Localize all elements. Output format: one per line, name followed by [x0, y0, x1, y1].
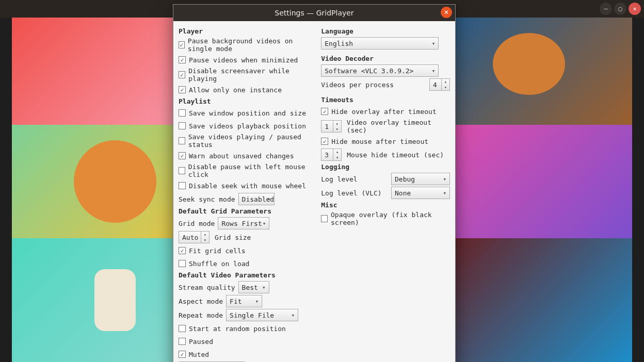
- hide-overlay-label: Hide overlay after timeout: [331, 108, 437, 116]
- pause-bg-checkbox[interactable]: [179, 41, 185, 48]
- logging-heading: Logging: [321, 163, 450, 171]
- repeat-mode-select[interactable]: Single File: [226, 309, 298, 321]
- video-cell[interactable]: [425, 125, 632, 238]
- opaque-overlay-checkbox[interactable]: [321, 215, 328, 222]
- seek-sync-select[interactable]: Disabled: [238, 193, 275, 205]
- allow-one-instance-label: Allow only one instance: [189, 86, 282, 94]
- disable-screensaver-label: Disable screensaver while playing: [188, 67, 314, 83]
- muted-label: Muted: [189, 351, 209, 358]
- video-overlay-timeout-spin[interactable]: 1▴▾: [321, 120, 341, 133]
- playlist-heading: Playlist: [179, 97, 314, 105]
- spin-up-icon: ▴: [201, 232, 209, 237]
- log-level-label: Log level: [321, 175, 357, 183]
- grid-size-label: Grid size: [215, 234, 251, 241]
- language-heading: Language: [321, 27, 450, 35]
- spin-up-icon: ▴: [442, 79, 449, 85]
- grid-mode-select[interactable]: Rows First: [218, 217, 269, 229]
- allow-one-instance-checkbox[interactable]: [179, 86, 186, 93]
- mouse-hide-timeout-spin[interactable]: 3▴▾: [321, 149, 342, 161]
- fit-grid-checkbox[interactable]: [179, 247, 186, 254]
- pause-minimized-checkbox[interactable]: [179, 56, 186, 63]
- log-level-select[interactable]: Debug: [391, 173, 450, 185]
- dialog-titlebar: Settings — GridPlayer ✕: [173, 5, 455, 21]
- mouse-hide-timeout-label: Mouse hide timeout (sec): [347, 151, 444, 159]
- aspect-mode-select[interactable]: Fit: [226, 295, 262, 307]
- videos-per-process-spin[interactable]: 4▴▾: [429, 78, 450, 91]
- dialog-title: Settings — GridPlayer: [275, 9, 353, 17]
- disable-screensaver-checkbox[interactable]: [179, 71, 185, 78]
- save-status-checkbox[interactable]: [179, 137, 185, 144]
- player-heading: Player: [179, 27, 314, 35]
- log-level-vlc-select[interactable]: None: [391, 187, 450, 199]
- stream-quality-select[interactable]: Best: [238, 281, 269, 293]
- grid-params-heading: Default Grid Parameters: [179, 207, 314, 215]
- timeouts-heading: Timeouts: [321, 96, 450, 104]
- settings-dialog: Settings — GridPlayer ✕ Player Pause bac…: [173, 4, 456, 362]
- seek-sync-label: Seek sync mode: [179, 195, 235, 203]
- warn-unsaved-label: Warn about unsaved changes: [189, 152, 294, 160]
- disable-seek-wheel-checkbox[interactable]: [179, 182, 186, 189]
- shuffle-label: Shuffle on load: [189, 260, 249, 268]
- spin-down-icon: ▾: [201, 237, 209, 243]
- disable-pause-click-label: Disable pause with left mouse click: [188, 163, 314, 178]
- warn-unsaved-checkbox[interactable]: [179, 152, 186, 159]
- muted-checkbox[interactable]: [179, 351, 186, 358]
- video-cell[interactable]: [425, 238, 632, 362]
- language-select[interactable]: English: [321, 37, 439, 50]
- spin-up-icon: ▴: [333, 149, 341, 155]
- fit-grid-label: Fit grid cells: [189, 247, 246, 255]
- spin-down-icon: ▾: [333, 126, 341, 132]
- grid-mode-label: Grid mode: [179, 220, 215, 227]
- start-random-label: Start at random position: [189, 325, 286, 333]
- save-playback-checkbox[interactable]: [179, 122, 186, 129]
- spin-up-icon: ▴: [333, 121, 341, 126]
- minimize-button[interactable]: ‒: [600, 3, 612, 15]
- log-level-vlc-label: Log level (VLC): [321, 189, 381, 197]
- videos-per-process-label: Videos per process: [321, 81, 394, 89]
- maximize-button[interactable]: ▢: [614, 3, 626, 15]
- spin-down-icon: ▾: [333, 155, 341, 160]
- spin-down-icon: ▾: [442, 85, 449, 90]
- misc-heading: Misc: [321, 201, 450, 209]
- disable-pause-click-checkbox[interactable]: [179, 167, 185, 174]
- stream-quality-label: Stream quality: [179, 284, 235, 291]
- start-random-checkbox[interactable]: [179, 325, 186, 332]
- grid-size-spin[interactable]: Auto▴▾: [179, 231, 210, 243]
- shuffle-checkbox[interactable]: [179, 260, 186, 267]
- paused-label: Paused: [189, 338, 213, 345]
- decoder-heading: Video Decoder: [321, 55, 450, 62]
- decoder-select[interactable]: Software <VLC 3.0.9.2>: [321, 64, 439, 77]
- close-dialog-button[interactable]: ✕: [441, 7, 452, 18]
- save-window-label: Save window position and size: [189, 109, 306, 117]
- hide-overlay-checkbox[interactable]: [321, 108, 328, 115]
- video-cell[interactable]: [425, 18, 632, 125]
- video-params-heading: Default Video Parameters: [179, 271, 314, 279]
- opaque-overlay-label: Opaque overlay (fix black screen): [331, 211, 450, 226]
- save-status-label: Save videos playing / paused status: [188, 133, 314, 149]
- video-overlay-timeout-label: Video overlay timeout (sec): [347, 119, 450, 134]
- aspect-mode-label: Aspect mode: [179, 298, 223, 305]
- pause-minimized-label: Pause videos when minimized: [189, 56, 298, 64]
- disable-seek-wheel-label: Disable seek with mouse wheel: [189, 182, 306, 190]
- save-playback-label: Save videos playback position: [189, 122, 306, 130]
- repeat-mode-label: Repeat mode: [179, 311, 223, 319]
- hide-mouse-label: Hide mouse after timeout: [331, 138, 428, 145]
- save-window-checkbox[interactable]: [179, 109, 186, 117]
- paused-checkbox[interactable]: [179, 338, 186, 345]
- hide-mouse-checkbox[interactable]: [321, 138, 328, 145]
- pause-bg-label: Pause background videos on single mode: [188, 37, 314, 53]
- close-app-button[interactable]: ✕: [629, 3, 641, 15]
